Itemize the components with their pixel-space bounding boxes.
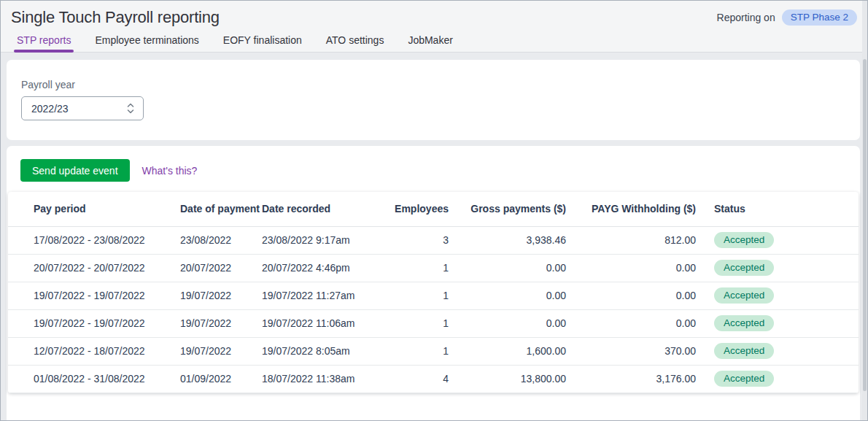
cell-payg-withholding: 0.00: [566, 254, 696, 282]
cell-gross-payments: 13,800.00: [449, 365, 566, 393]
column-header-status: Status: [696, 192, 859, 226]
cell-payg-withholding: 3,176.00: [566, 365, 696, 393]
cell-date-of-payment: 19/07/2022: [180, 337, 262, 365]
actions-row: Send update event What's this?: [7, 159, 860, 182]
cell-payg-withholding: 0.00: [566, 282, 696, 309]
cell-payg-withholding: 812.00: [566, 226, 696, 254]
cell-date-recorded: 19/07/2022 11:06am: [262, 309, 383, 337]
cell-payg-withholding: 0.00: [566, 309, 696, 337]
tab-stp-reports[interactable]: STP reports: [14, 30, 74, 52]
payroll-year-label: Payroll year: [21, 79, 845, 90]
cell-pay-period: 01/08/2022 - 31/08/2022: [8, 365, 180, 393]
tab-employee-terminations[interactable]: Employee terminations: [92, 30, 201, 52]
cell-status: Accepted: [696, 337, 859, 365]
column-header-employees: Employees: [383, 192, 449, 226]
cell-status: Accepted: [696, 365, 859, 393]
column-header-date-of-payment: Date of payment: [180, 192, 262, 226]
status-badge: Accepted: [714, 371, 774, 387]
cell-pay-period: 12/07/2022 - 18/07/2022: [8, 337, 180, 365]
cell-payg-withholding: 370.00: [566, 337, 696, 365]
table-row[interactable]: 20/07/2022 - 20/07/2022 20/07/2022 20/07…: [8, 254, 859, 282]
tab-jobmaker[interactable]: JobMaker: [405, 30, 455, 52]
cell-employees: 1: [383, 337, 449, 365]
tab-eofy-finalisation[interactable]: EOFY finalisation: [220, 30, 305, 52]
table-row[interactable]: 01/08/2022 - 31/08/2022 01/09/2022 18/07…: [8, 365, 859, 393]
cell-date-of-payment: 19/07/2022: [180, 282, 262, 309]
cell-gross-payments: 1,600.00: [449, 337, 566, 365]
reporting-on-label: Reporting on: [717, 12, 775, 23]
cell-date-recorded: 18/07/2022 11:38am: [262, 365, 383, 393]
column-header-date-recorded: Date recorded: [262, 192, 383, 226]
whats-this-link[interactable]: What's this?: [142, 165, 198, 177]
status-badge: Accepted: [714, 343, 774, 359]
cell-date-of-payment: 01/09/2022: [180, 365, 262, 393]
status-badge: Accepted: [714, 315, 774, 331]
page-header: Single Touch Payroll reporting Reporting…: [1, 1, 867, 53]
cell-employees: 1: [383, 282, 449, 309]
send-update-event-button[interactable]: Send update event: [20, 159, 130, 182]
table-row[interactable]: 19/07/2022 - 19/07/2022 19/07/2022 19/07…: [8, 309, 859, 337]
status-badge: Accepted: [714, 232, 774, 248]
cell-gross-payments: 3,938.46: [449, 226, 566, 254]
cell-date-of-payment: 23/08/2022: [180, 226, 262, 254]
table-header: Pay period Date of payment Date recorded…: [8, 192, 859, 226]
cell-gross-payments: 0.00: [449, 282, 566, 309]
stp-phase-badge: STP Phase 2: [782, 9, 857, 26]
tab-ato-settings[interactable]: ATO settings: [323, 30, 387, 52]
column-header-payg-withholding: PAYG Withholding ($): [566, 192, 696, 226]
column-header-gross-payments: Gross payments ($): [449, 192, 566, 226]
cell-pay-period: 17/08/2022 - 23/08/2022: [8, 226, 180, 254]
cell-date-of-payment: 20/07/2022: [180, 254, 262, 282]
stp-reports-table: Pay period Date of payment Date recorded…: [8, 192, 859, 393]
status-badge: Accepted: [714, 287, 774, 304]
stp-reports-table-card: Pay period Date of payment Date recorded…: [8, 192, 859, 393]
cell-employees: 4: [383, 365, 449, 393]
table-row[interactable]: 19/07/2022 - 19/07/2022 19/07/2022 19/07…: [8, 282, 859, 309]
payroll-year-select[interactable]: 2022/23: [21, 96, 144, 120]
cell-date-recorded: 19/07/2022 11:27am: [262, 282, 383, 309]
table-row[interactable]: 12/07/2022 - 18/07/2022 19/07/2022 19/07…: [8, 337, 859, 365]
table-body: 17/08/2022 - 23/08/2022 23/08/2022 23/08…: [8, 226, 859, 393]
page-title: Single Touch Payroll reporting: [11, 8, 220, 27]
payroll-year-panel: Payroll year 2022/23: [7, 60, 860, 140]
vertical-scrollbar-thumb[interactable]: [863, 59, 867, 391]
cell-status: Accepted: [696, 226, 859, 254]
stp-reporting-page: { "header": { "title": "Single Touch Pay…: [0, 0, 868, 421]
cell-date-recorded: 19/07/2022 8:05am: [262, 337, 383, 365]
cell-employees: 1: [383, 254, 449, 282]
cell-gross-payments: 0.00: [449, 309, 566, 337]
column-header-pay-period: Pay period: [8, 192, 180, 226]
page-content: Payroll year 2022/23 Send update event W…: [1, 53, 867, 421]
cell-pay-period: 19/07/2022 - 19/07/2022: [8, 309, 180, 337]
cell-date-of-payment: 19/07/2022: [180, 309, 262, 337]
cell-pay-period: 19/07/2022 - 19/07/2022: [8, 282, 180, 309]
cell-status: Accepted: [696, 309, 859, 337]
vertical-scrollbar-track: [862, 1, 867, 420]
cell-pay-period: 20/07/2022 - 20/07/2022: [8, 254, 180, 282]
title-row: Single Touch Payroll reporting Reporting…: [1, 1, 867, 30]
cell-employees: 3: [383, 226, 449, 254]
table-row[interactable]: 17/08/2022 - 23/08/2022 23/08/2022 23/08…: [8, 226, 859, 254]
tab-bar: STP reports Employee terminations EOFY f…: [1, 30, 867, 53]
main-panel: Send update event What's this? Pay perio…: [7, 146, 860, 421]
cell-employees: 1: [383, 309, 449, 337]
reporting-on-group: Reporting on STP Phase 2: [717, 9, 857, 26]
cell-gross-payments: 0.00: [449, 254, 566, 282]
cell-date-recorded: 23/08/2022 9:17am: [262, 226, 383, 254]
cell-status: Accepted: [696, 254, 859, 282]
cell-date-recorded: 20/07/2022 4:46pm: [262, 254, 383, 282]
cell-status: Accepted: [696, 282, 859, 309]
chevron-up-down-icon: [126, 102, 135, 115]
payroll-year-value: 2022/23: [31, 103, 69, 115]
status-badge: Accepted: [714, 260, 774, 276]
